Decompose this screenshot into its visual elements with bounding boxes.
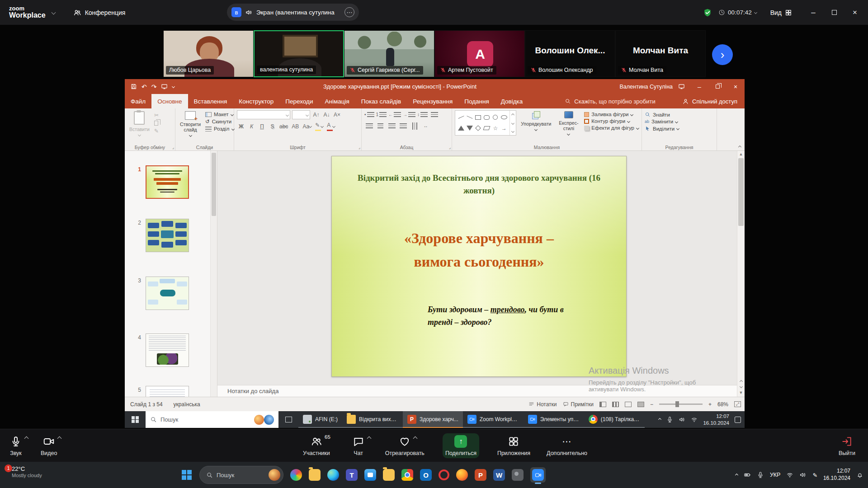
clear-formatting-button[interactable]: А× bbox=[333, 111, 341, 119]
photos-app-icon[interactable] bbox=[290, 469, 302, 481]
chat-button[interactable]: Чат bbox=[350, 433, 367, 458]
clipboard-dialog-launcher-icon[interactable]: ⌟ bbox=[172, 145, 174, 150]
mic-tray-icon[interactable] bbox=[666, 416, 673, 423]
screen-share-indicator[interactable]: в Экран (валентина сутулина ⋯ bbox=[227, 4, 359, 21]
participant-tile-active-speaker[interactable]: валентина сутулина bbox=[254, 30, 344, 77]
notifications-bell-icon[interactable] bbox=[856, 471, 863, 479]
system-clock[interactable]: 12:07 16.10.2024 bbox=[823, 468, 850, 482]
react-options-chevron-icon[interactable] bbox=[413, 436, 418, 441]
star-shape-icon[interactable]: ☆ bbox=[493, 126, 498, 131]
slide-sorter-view-button[interactable] bbox=[612, 402, 619, 407]
participant-tile[interactable]: Любов Царьова bbox=[163, 30, 254, 77]
react-button[interactable]: Отреагировать bbox=[382, 433, 427, 458]
language-indicator[interactable]: УКР bbox=[770, 472, 781, 478]
reset-button[interactable]: ↺Скинути bbox=[205, 118, 234, 125]
fit-slide-button[interactable]: ⤢ bbox=[734, 401, 741, 407]
highlight-color-button[interactable]: ✎ bbox=[314, 122, 324, 131]
font-dialog-launcher-icon[interactable]: ⌟ bbox=[359, 145, 360, 150]
align-left-button[interactable] bbox=[364, 122, 374, 130]
main-scrollbar-thumb[interactable] bbox=[738, 158, 744, 226]
tab-insert[interactable]: Вставлення bbox=[188, 94, 233, 108]
tab-animations[interactable]: Анімація bbox=[319, 94, 355, 108]
previous-slide-icon[interactable] bbox=[739, 380, 742, 383]
line-shape-icon[interactable] bbox=[467, 116, 472, 119]
participant-tile[interactable]: Молчан Вита Молчан Вита bbox=[615, 30, 706, 77]
shapes-gallery[interactable]: ☆ → bbox=[455, 110, 516, 136]
language-indicator[interactable]: українська bbox=[174, 401, 200, 408]
meeting-timer[interactable]: 00:07:42 bbox=[718, 9, 757, 16]
tab-file[interactable]: Файл bbox=[125, 94, 151, 108]
arrow-shape-icon[interactable]: → bbox=[501, 126, 507, 131]
minimize-button[interactable]: – bbox=[803, 0, 824, 25]
paste-button[interactable]: Вставити bbox=[127, 110, 151, 143]
outlook-app-icon[interactable]: O bbox=[420, 469, 432, 481]
triangle-shape-icon[interactable] bbox=[458, 126, 464, 131]
wifi-icon[interactable] bbox=[786, 471, 793, 479]
grow-font-button[interactable]: А↑ bbox=[312, 111, 321, 119]
slide-thumbnail[interactable] bbox=[146, 386, 189, 397]
participant-tile[interactable]: Сергій Гавриков (Серг... bbox=[344, 30, 434, 77]
collapse-ribbon-icon[interactable] bbox=[738, 145, 741, 149]
powerpoint-app-icon[interactable]: P bbox=[475, 469, 486, 481]
redo-icon[interactable]: ↷ bbox=[151, 84, 157, 90]
win10-search-box[interactable] bbox=[146, 411, 278, 428]
align-center-button[interactable] bbox=[376, 122, 385, 130]
mic-tray-icon[interactable] bbox=[757, 471, 764, 479]
slideshow-view-button[interactable] bbox=[637, 402, 644, 407]
tab-help[interactable]: Довідка bbox=[495, 94, 529, 108]
taskbar-app-afin[interactable]: AFIN (E:) bbox=[298, 411, 342, 428]
meeting-info-button[interactable]: Конференция bbox=[73, 9, 126, 17]
reading-view-button[interactable] bbox=[625, 402, 632, 407]
main-scrollbar[interactable]: ▲ ▼ bbox=[737, 151, 745, 397]
ppt-restore-button[interactable] bbox=[708, 79, 726, 94]
search-highlight-icon[interactable] bbox=[254, 415, 264, 425]
zoom-slider-thumb[interactable] bbox=[675, 401, 679, 407]
ppt-close-button[interactable]: × bbox=[726, 79, 745, 94]
shrink-font-button[interactable]: А↓ bbox=[322, 111, 331, 119]
shape-outline-button[interactable]: Контур фігури bbox=[584, 118, 639, 124]
parallelogram-shape-icon[interactable] bbox=[483, 126, 491, 130]
decrease-indent-button[interactable]: ← bbox=[388, 110, 401, 119]
taskbar-app-powerpoint-active[interactable]: PЗдорове харч... bbox=[403, 411, 463, 428]
slide-thumbnail[interactable] bbox=[146, 219, 189, 252]
triangle-down-shape-icon[interactable] bbox=[467, 126, 473, 131]
align-right-button[interactable] bbox=[387, 122, 396, 130]
columns-button[interactable] bbox=[410, 122, 419, 130]
audio-button[interactable]: Звук bbox=[7, 433, 24, 458]
shape-fill-button[interactable]: Заливка фігури bbox=[584, 112, 639, 117]
taskbar-app-zoom-controls[interactable]: Элементы упр... bbox=[524, 411, 584, 428]
file-explorer-icon[interactable] bbox=[309, 469, 321, 481]
arrange-button[interactable]: Упорядкувати bbox=[519, 110, 553, 143]
chrome-browser-icon[interactable] bbox=[401, 469, 413, 481]
chat-options-chevron-icon[interactable] bbox=[367, 436, 371, 441]
maximize-button[interactable] bbox=[824, 0, 844, 25]
panel-scrollbar-thumb[interactable] bbox=[212, 153, 216, 216]
shadow-button[interactable]: S bbox=[268, 122, 277, 131]
scroll-up-icon[interactable]: ▲ bbox=[737, 152, 745, 156]
undo-icon[interactable]: ↶ bbox=[142, 84, 147, 90]
encryption-shield-icon[interactable] bbox=[703, 8, 712, 17]
text-direction-button[interactable] bbox=[429, 110, 439, 119]
close-button[interactable]: × bbox=[844, 0, 865, 25]
slideshow-icon[interactable] bbox=[161, 83, 168, 90]
microsoft-store-icon[interactable] bbox=[364, 469, 376, 481]
ppt-share-button[interactable]: Спільний доступ bbox=[682, 94, 745, 108]
task-view-button[interactable] bbox=[278, 411, 298, 428]
zoom-in-button[interactable]: + bbox=[708, 401, 712, 408]
diamond-shape-icon[interactable] bbox=[475, 125, 481, 131]
ppt-minimize-button[interactable]: – bbox=[690, 79, 708, 94]
more-button[interactable]: ⋯ Дополнительно bbox=[544, 433, 590, 458]
participant-tile[interactable]: A Артем Пустовойт bbox=[434, 30, 525, 77]
ribbon-display-icon[interactable] bbox=[678, 83, 685, 90]
italic-button[interactable]: К bbox=[247, 122, 256, 131]
audio-options-chevron-icon[interactable] bbox=[24, 436, 29, 441]
logo-chevron-icon[interactable] bbox=[51, 10, 56, 15]
network-tray-icon[interactable] bbox=[691, 416, 698, 423]
tab-home[interactable]: Основне bbox=[151, 94, 188, 108]
underline-button[interactable]: П bbox=[258, 122, 266, 131]
select-button[interactable]: Виділити bbox=[645, 126, 679, 131]
battery-icon[interactable] bbox=[744, 471, 751, 479]
new-slide-button[interactable]: Створити слайд bbox=[178, 110, 203, 143]
notes-toggle-button[interactable]: Нотатки bbox=[528, 401, 557, 408]
taskbar-app-chrome[interactable]: (108) Тарілка з... bbox=[584, 411, 645, 428]
